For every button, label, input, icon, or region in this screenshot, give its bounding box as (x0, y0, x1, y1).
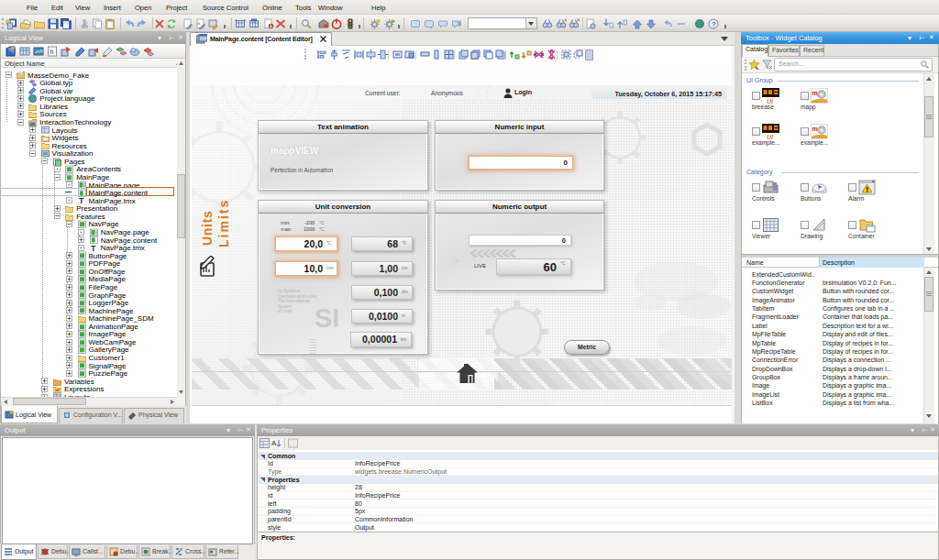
svg-text:m: m (812, 126, 818, 132)
svg-text:T: T (79, 196, 84, 204)
svg-text:m: m (812, 90, 818, 96)
svg-text:h: h (50, 49, 54, 55)
svg-text:T: T (91, 244, 96, 252)
svg-text:A: A (271, 439, 277, 447)
svg-text:?: ? (712, 20, 716, 28)
